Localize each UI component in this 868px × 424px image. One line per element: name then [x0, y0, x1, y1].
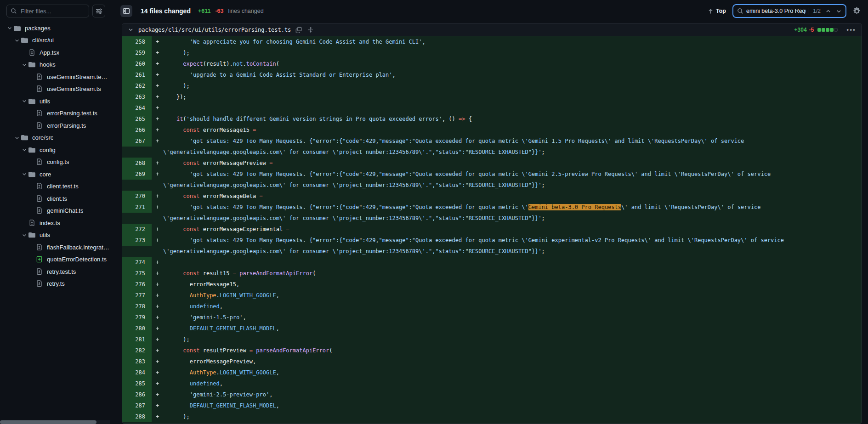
tree-item-label: retry.test.ts: [47, 268, 76, 275]
scrollbar-thumb[interactable]: [0, 420, 96, 424]
line-number[interactable]: 258: [122, 36, 152, 47]
folder-icon: [21, 134, 28, 141]
line-number[interactable]: 280: [122, 323, 152, 334]
addition-marker: +: [152, 334, 163, 345]
addition-marker: +: [152, 301, 163, 312]
chevron-down-icon: [20, 62, 28, 68]
diff-line-266: 266+ const errorMessage15 =: [122, 124, 862, 136]
tree-file-row[interactable]: useGeminiStream.ts: [0, 83, 110, 96]
tree-folder-row[interactable]: packages: [0, 22, 110, 34]
collapse-file-button[interactable]: [127, 26, 135, 34]
line-number[interactable]: 282: [122, 345, 152, 356]
diffstat-squares: [817, 28, 838, 32]
tree-file-row[interactable]: App.tsx: [0, 46, 110, 59]
line-number[interactable]: 259: [122, 47, 152, 58]
tree-file-row[interactable]: useGeminiStream.test.tsx: [0, 71, 110, 83]
find-query-segment: beta-3.0 Pro: [760, 8, 795, 14]
code-text: undefined,: [163, 378, 862, 389]
tree-file-row[interactable]: config.ts: [0, 156, 110, 169]
line-number[interactable]: 262: [122, 80, 152, 91]
tree-folder-row[interactable]: utils: [0, 229, 110, 242]
filter-files-input[interactable]: Filter files...: [6, 5, 89, 17]
diff-line-279: 279+ 'gemini-1.5-pro',: [122, 312, 862, 323]
tree-item-label: client.test.ts: [47, 183, 79, 190]
file-added-icon: [36, 256, 43, 263]
line-number[interactable]: 261: [122, 69, 152, 80]
sidebar-toggle-button[interactable]: [120, 5, 132, 17]
scroll-to-top-button[interactable]: Top: [708, 8, 726, 14]
line-number[interactable]: 260: [122, 58, 152, 69]
line-number[interactable]: 274: [122, 257, 152, 268]
line-number[interactable]: 265: [122, 113, 152, 124]
tree-file-row[interactable]: client.ts: [0, 192, 110, 205]
tree-folder-row[interactable]: hooks: [0, 59, 110, 71]
tree-folder-row[interactable]: cli/src/ui: [0, 34, 110, 47]
line-number[interactable]: 272: [122, 224, 152, 235]
addition-marker: +: [152, 202, 163, 213]
search-icon: [737, 8, 743, 14]
file-diff-icon: [36, 207, 43, 214]
addition-marker: +: [152, 356, 163, 367]
drag-handle-button[interactable]: [306, 26, 315, 34]
tree-file-row[interactable]: client.test.ts: [0, 181, 110, 193]
line-number[interactable]: 276: [122, 279, 152, 290]
tree-file-row[interactable]: geminiChat.ts: [0, 205, 110, 217]
line-number[interactable]: 284: [122, 367, 152, 378]
tree-folder-row[interactable]: utils: [0, 95, 110, 107]
next-match-button[interactable]: [835, 7, 843, 15]
line-number[interactable]: 268: [122, 158, 152, 169]
line-number[interactable]: 285: [122, 378, 152, 389]
code-text: const resultPreview = parseAndFormatApiE…: [163, 345, 862, 356]
line-number[interactable]: 287: [122, 400, 152, 411]
code-text: 'upgrade to a Gemini Code Assist Standar…: [163, 69, 862, 80]
line-number[interactable]: 288: [122, 411, 152, 422]
file-stats: +304 -5 •••: [794, 27, 857, 33]
tree-file-row[interactable]: retry.test.ts: [0, 266, 110, 278]
addition-marker: +: [152, 268, 163, 279]
line-number[interactable]: 273: [122, 235, 152, 246]
tree-folder-row[interactable]: config: [0, 144, 110, 156]
copy-path-button[interactable]: [295, 26, 303, 34]
tree-file-row[interactable]: errorParsing.ts: [0, 119, 110, 132]
tree-file-row[interactable]: retry.ts: [0, 278, 110, 290]
tree-folder-row[interactable]: core: [0, 168, 110, 181]
tree-file-row[interactable]: quotaErrorDetection.ts: [0, 254, 110, 266]
line-number[interactable]: 267: [122, 136, 152, 147]
tree-options-button[interactable]: [92, 5, 105, 17]
line-number[interactable]: 270: [122, 191, 152, 202]
line-number[interactable]: 271: [122, 202, 152, 213]
diff-line-286: 286+ 'gemini-2.5-preview-pro',: [122, 389, 862, 400]
tree-file-row[interactable]: errorParsing.test.ts: [0, 107, 110, 120]
tree-file-row[interactable]: index.ts: [0, 217, 110, 229]
line-number[interactable]: 278: [122, 301, 152, 312]
line-number[interactable]: 266: [122, 124, 152, 136]
line-number[interactable]: 275: [122, 268, 152, 279]
line-number[interactable]: 283: [122, 356, 152, 367]
find-in-diff-input[interactable]: emini beta-3.0 Pro Requests 1/2: [732, 4, 846, 18]
line-number[interactable]: 286: [122, 389, 152, 400]
diff-line-275: 275+ const result15 = parseAndFormatApiE…: [122, 268, 862, 279]
sidebar-horizontal-scrollbar[interactable]: [0, 420, 110, 424]
addition-marker: +: [152, 58, 163, 69]
tree-file-row[interactable]: flashFallback.integration.t...: [0, 241, 110, 254]
addition-marker: +: [152, 91, 163, 102]
tree-folder-row[interactable]: core/src: [0, 132, 110, 144]
previous-match-button[interactable]: [824, 7, 832, 15]
addition-marker: +: [152, 389, 163, 400]
line-number[interactable]: 277: [122, 290, 152, 301]
diff-line-263: 263+ });: [122, 91, 862, 102]
settings-button[interactable]: [853, 7, 861, 15]
kebab-icon: •••: [846, 26, 856, 34]
code-text: );: [163, 334, 862, 345]
line-number[interactable]: 263: [122, 91, 152, 102]
code-text: it('should handle different Gemini versi…: [163, 113, 862, 124]
file-tree: packagescli/src/uiApp.tsxhooksuseGeminiS…: [0, 21, 110, 290]
copy-icon: [295, 27, 302, 33]
line-number[interactable]: 269: [122, 169, 152, 180]
diff-line-260: 260+ expect(result).not.toContain(: [122, 58, 862, 69]
line-number[interactable]: 279: [122, 312, 152, 323]
line-number[interactable]: 281: [122, 334, 152, 345]
line-number[interactable]: 264: [122, 102, 152, 113]
code-text: AuthType.LOGIN_WITH_GOOGLE,: [163, 367, 862, 378]
file-options-button[interactable]: •••: [845, 28, 857, 32]
